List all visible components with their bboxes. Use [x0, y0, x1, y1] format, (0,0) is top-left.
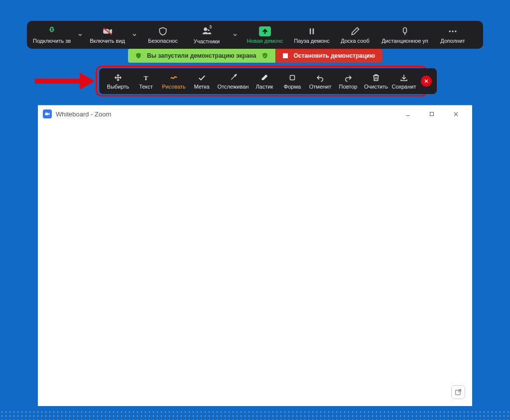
more-button[interactable]: Дополнит [435, 23, 471, 47]
share-status-bar: Вы запустили демонстрацию экрана Останов… [27, 49, 483, 63]
more-label: Дополнит [440, 38, 465, 44]
maximize-button[interactable] [420, 106, 443, 121]
svg-text:T: T [143, 74, 148, 81]
svg-rect-18 [290, 75, 295, 80]
audio-button[interactable]: Подключить зв [30, 23, 74, 47]
video-chevron[interactable] [128, 23, 141, 47]
clear-label: Очистить [364, 84, 388, 90]
svg-rect-13 [35, 79, 81, 84]
eraser-label: Ластик [256, 84, 273, 90]
security-button[interactable]: Безопаснос [141, 23, 185, 47]
svg-rect-8 [403, 27, 407, 33]
svg-point-17 [236, 74, 237, 75]
svg-rect-7 [313, 28, 314, 34]
spotlight-tool[interactable]: Отслеживан [216, 70, 251, 93]
window-title: Whiteboard - Zoom [56, 110, 111, 118]
svg-point-12 [455, 30, 456, 32]
whiteboard-canvas[interactable] [38, 122, 472, 406]
whiteboard-button[interactable]: Доска сооб [335, 23, 375, 47]
select-tool[interactable]: Выбирть [104, 70, 132, 93]
export-button[interactable] [451, 385, 465, 399]
share-up-icon [259, 26, 271, 36]
participants-button[interactable]: 3 Участники [185, 23, 229, 47]
undo-label: Отменит [309, 84, 332, 90]
main-toolbar: Подключить зв Включить вид Безопаснос 3 … [27, 21, 483, 49]
svg-point-3 [204, 27, 207, 31]
participants-count: 3 [207, 24, 214, 30]
svg-point-10 [449, 30, 450, 32]
zoom-icon [43, 109, 52, 118]
remote-control-button[interactable]: Дистанционное уп [375, 23, 435, 47]
stop-share-button[interactable]: Остановить демонстрацию [275, 49, 382, 63]
arrow-annotation-icon [35, 73, 95, 90]
whiteboard-label: Доска сооб [341, 38, 370, 44]
eraser-tool[interactable]: Ластик [251, 70, 278, 93]
svg-marker-24 [48, 113, 50, 115]
new-share-label: Новая демонс [247, 38, 283, 44]
sharing-text: Вы запустили демонстрацию экрана [147, 52, 256, 59]
participants-label: Участники [194, 38, 220, 44]
whiteboard-window: Whiteboard - Zoom [38, 105, 472, 406]
format-tool[interactable]: Форма [278, 70, 306, 93]
spotlight-label: Отслеживан [218, 84, 249, 90]
new-share-button[interactable]: Новая демонс [242, 23, 288, 47]
save-label: Сохранит [392, 84, 416, 90]
undo-tool[interactable]: Отменит [306, 70, 334, 93]
redo-label: Повтор [339, 84, 358, 90]
save-tool[interactable]: Сохранит [390, 70, 418, 93]
video-label: Включить вид [90, 38, 125, 44]
stamp-label: Метка [194, 84, 209, 90]
audio-label: Подключить зв [33, 38, 71, 44]
window-controls [396, 106, 467, 121]
security-label: Безопаснос [148, 38, 177, 44]
minimize-button[interactable] [396, 106, 419, 121]
window-titlebar: Whiteboard - Zoom [38, 105, 472, 122]
clear-tool[interactable]: Очистить [362, 70, 390, 93]
sharing-indicator: Вы запустили демонстрацию экрана [128, 49, 275, 63]
pause-share-label: Пауза демонс [294, 38, 329, 44]
close-button[interactable] [444, 106, 467, 121]
pause-share-button[interactable]: Пауза демонс [288, 23, 335, 47]
text-tool[interactable]: T Текст [132, 70, 160, 93]
stop-text: Остановить демонстрацию [294, 52, 375, 59]
annotation-toolbar: Выбирть T Текст Рисовать Метка Отслежива… [99, 68, 437, 94]
svg-marker-14 [80, 73, 95, 90]
select-label: Выбирть [107, 84, 129, 90]
draw-tool[interactable]: Рисовать [160, 70, 188, 93]
svg-rect-26 [430, 112, 434, 116]
annotation-toolbar-highlight: Выбирть T Текст Рисовать Метка Отслежива… [96, 66, 427, 97]
background-pattern [0, 410, 510, 420]
svg-point-11 [452, 30, 453, 32]
redo-tool[interactable]: Повтор [334, 70, 362, 93]
audio-chevron[interactable] [74, 23, 87, 47]
draw-label: Рисовать [162, 84, 186, 90]
svg-rect-23 [45, 113, 48, 115]
remote-control-label: Дистанционное уп [382, 38, 428, 44]
svg-rect-6 [310, 28, 311, 34]
participants-chevron[interactable] [229, 23, 242, 47]
video-button[interactable]: Включить вид [87, 23, 128, 47]
stamp-tool[interactable]: Метка [188, 70, 216, 93]
stop-icon [283, 53, 288, 58]
text-label: Текст [139, 84, 153, 90]
close-annotation-button[interactable] [421, 76, 432, 87]
format-label: Форма [284, 84, 301, 90]
